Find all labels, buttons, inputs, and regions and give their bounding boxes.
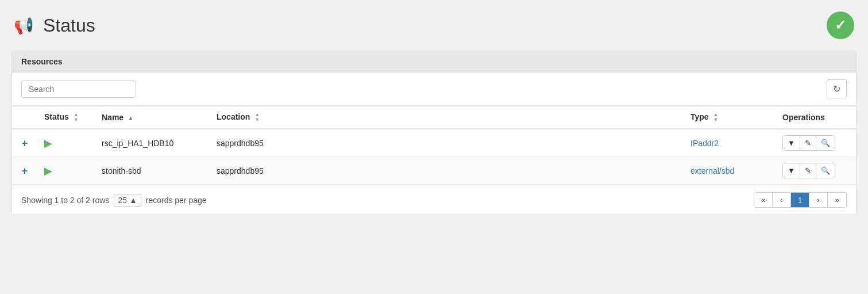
resources-panel-header: Resources [12, 51, 856, 72]
table-header-row: Status ▲ ▼ Name ▲ Location ▲ [12, 106, 856, 129]
pagination-page-1[interactable]: 1 [791, 193, 809, 207]
status-running-icon: ▶ [44, 165, 52, 177]
refresh-button[interactable]: ↻ [827, 79, 847, 98]
row-status-cell: ▶ [37, 129, 95, 157]
resource-type-link[interactable]: IPaddr2 [690, 139, 719, 148]
per-page-value: 25 [118, 196, 127, 205]
row-location-cell: sapprdhdb95 [210, 129, 684, 157]
per-page-arrow: ▲ [129, 196, 137, 205]
col-header-operations: Operations [776, 106, 856, 129]
page-title: Status [43, 15, 95, 36]
footer-left: Showing 1 to 2 of 2 rows 25 ▲ records pe… [21, 194, 207, 207]
pagination: « ‹ 1 › » [754, 192, 847, 208]
per-page-select[interactable]: 25 ▲ [114, 194, 141, 207]
operations-group: ▼ ✎ 🔍 [782, 163, 835, 178]
resources-panel: Resources ↻ Status ▲ ▼ Name [11, 51, 857, 215]
row-type-cell: external/sbd [684, 157, 776, 185]
ops-edit-button[interactable]: ✎ [800, 136, 816, 150]
ops-search-button[interactable]: 🔍 [816, 136, 835, 150]
col-header-type[interactable]: Type ▲ ▼ [684, 106, 776, 129]
row-operations-cell: ▼ ✎ 🔍 [776, 157, 856, 185]
row-name-cell: rsc_ip_HA1_HDB10 [95, 129, 210, 157]
table-row: + ▶ stonith-sbd sapprdhdb95 external/sbd… [12, 157, 856, 185]
resource-location: sapprdhdb95 [217, 139, 264, 148]
col-header-expand [12, 106, 37, 129]
col-header-name[interactable]: Name ▲ [95, 106, 210, 129]
refresh-icon: ↻ [833, 84, 840, 94]
ops-edit-button[interactable]: ✎ [800, 163, 816, 178]
resource-name: rsc_ip_HA1_HDB10 [102, 139, 173, 148]
row-name-cell: stonith-sbd [95, 157, 210, 185]
ops-dropdown-button[interactable]: ▼ [783, 136, 800, 150]
status-ok-icon: ✓ [827, 12, 854, 39]
operations-group: ▼ ✎ 🔍 [782, 135, 835, 151]
showing-text: Showing 1 to 2 of 2 rows [21, 196, 109, 205]
resource-name: stonith-sbd [102, 166, 141, 175]
col-header-status[interactable]: Status ▲ ▼ [37, 106, 95, 129]
table-row: + ▶ rsc_ip_HA1_HDB10 sapprdhdb95 IPaddr2… [12, 129, 856, 157]
row-expand-cell: + [12, 157, 37, 185]
pagination-next[interactable]: › [809, 193, 828, 207]
status-running-icon: ▶ [44, 138, 52, 149]
resources-toolbar: ↻ [12, 72, 856, 106]
resource-location: sapprdhdb95 [217, 166, 264, 175]
per-page-label: records per page [146, 196, 207, 205]
name-sort-arrows: ▲ [128, 116, 133, 121]
resources-title: Resources [21, 57, 63, 66]
page-header: 📢 Status ✓ [11, 12, 857, 39]
ops-dropdown-button[interactable]: ▼ [783, 163, 800, 178]
row-operations-cell: ▼ ✎ 🔍 [776, 129, 856, 157]
search-input[interactable] [21, 81, 136, 98]
col-header-location[interactable]: Location ▲ ▼ [210, 106, 684, 129]
table-footer: Showing 1 to 2 of 2 rows 25 ▲ records pe… [12, 185, 856, 215]
pagination-prev[interactable]: ‹ [773, 193, 791, 207]
row-status-cell: ▶ [37, 157, 95, 185]
resource-type-link[interactable]: external/sbd [690, 166, 734, 175]
row-type-cell: IPaddr2 [684, 129, 776, 157]
pagination-first[interactable]: « [754, 193, 773, 207]
type-sort-arrows: ▲ ▼ [713, 112, 719, 123]
resources-table: Status ▲ ▼ Name ▲ Location ▲ [12, 106, 856, 185]
row-expand-cell: + [12, 129, 37, 157]
ops-search-button[interactable]: 🔍 [816, 163, 835, 178]
location-sort-arrows: ▲ ▼ [254, 112, 260, 123]
expand-button[interactable]: + [22, 138, 28, 148]
pagination-last[interactable]: » [828, 193, 846, 207]
expand-button[interactable]: + [22, 166, 28, 176]
header-left: 📢 Status [14, 15, 95, 36]
status-sort-arrows: ▲ ▼ [74, 112, 79, 123]
row-location-cell: sapprdhdb95 [210, 157, 684, 185]
megaphone-icon: 📢 [14, 16, 34, 35]
